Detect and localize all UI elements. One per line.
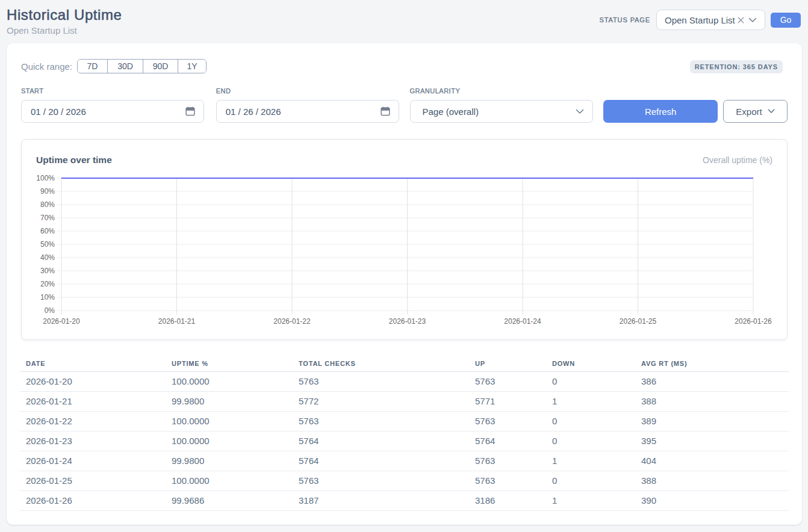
table-cell: 3187 [293, 490, 469, 510]
chart-title: Uptime over time [36, 155, 112, 165]
export-button[interactable]: Export [723, 100, 788, 123]
chevron-down-icon [576, 109, 584, 114]
svg-text:10%: 10% [40, 293, 55, 302]
table-cell: 2026-01-22 [20, 411, 166, 431]
svg-text:2026-01-22: 2026-01-22 [273, 317, 311, 326]
svg-text:90%: 90% [40, 187, 55, 196]
quick-range-1y[interactable]: 1Y [178, 60, 206, 73]
granularity-select[interactable]: Page (overall) [410, 100, 594, 123]
table-cell: 0 [546, 471, 635, 490]
table-cell: 404 [635, 451, 789, 471]
table-cell: 5764 [293, 451, 469, 471]
table-cell: 5763 [469, 411, 546, 431]
table-cell: 1 [546, 451, 635, 471]
table-cell: 2026-01-21 [20, 391, 166, 411]
start-date-value: 01 / 20 / 2026 [31, 107, 86, 117]
status-page-select[interactable]: Open Startup List [656, 10, 765, 30]
table-cell: 5763 [293, 411, 469, 431]
refresh-button[interactable]: Refresh [603, 100, 718, 123]
table-cell: 5763 [293, 371, 469, 391]
quick-range-group: 7D30D90D1Y [77, 59, 207, 73]
calendar-icon[interactable] [381, 107, 390, 116]
table-cell: 390 [635, 490, 789, 510]
table-cell: 0 [546, 411, 635, 431]
svg-text:70%: 70% [40, 214, 55, 222]
table-cell: 5771 [469, 391, 546, 411]
table-cell: 2026-01-20 [20, 371, 166, 391]
end-label: END [216, 87, 399, 95]
table-cell: 100.0000 [166, 431, 293, 451]
table-cell: 389 [635, 411, 789, 431]
filters-row-fields: START 01 / 20 / 2026 END 01 / 26 / 2026 [21, 87, 788, 123]
granularity-value: Page (overall) [423, 107, 479, 117]
clear-icon[interactable] [736, 16, 745, 25]
chart-card: Uptime over time Overall uptime (%) 0%10… [21, 139, 788, 340]
status-page-label: STATUS PAGE [600, 16, 650, 23]
end-date-value: 01 / 26 / 2026 [226, 107, 281, 117]
table-cell: 388 [635, 471, 789, 490]
column-header: UP [469, 356, 546, 371]
topbar-right: STATUS PAGE Open Startup List Go [600, 10, 801, 30]
table-cell: 5764 [469, 431, 546, 451]
svg-text:40%: 40% [40, 253, 55, 262]
svg-text:0%: 0% [45, 306, 55, 315]
table-header-row: DATEUPTIME %TOTAL CHECKSUPDOWNAVG RT (MS… [20, 356, 789, 371]
svg-text:2026-01-23: 2026-01-23 [389, 317, 426, 326]
filters-row-top: Quick range: 7D30D90D1Y RETENTION: 365 D… [21, 59, 788, 73]
quick-range-30d[interactable]: 30D [107, 60, 143, 73]
table-cell: 5763 [293, 471, 469, 490]
table-row: 2026-01-20100.0000576357630386 [20, 371, 789, 391]
calendar-icon[interactable] [185, 107, 195, 116]
page-title: Historical Uptime [7, 6, 122, 23]
table-cell: 388 [635, 391, 789, 411]
table-cell: 0 [546, 431, 635, 451]
table-row: 2026-01-23100.0000576457640395 [20, 431, 789, 451]
table-cell: 2026-01-25 [20, 471, 166, 490]
table-cell: 0 [546, 371, 635, 391]
table-cell: 100.0000 [166, 371, 293, 391]
svg-text:2026-01-20: 2026-01-20 [43, 317, 80, 326]
main-card: Quick range: 7D30D90D1Y RETENTION: 365 D… [7, 43, 802, 525]
quick-range: Quick range: 7D30D90D1Y [21, 59, 207, 73]
svg-text:80%: 80% [40, 200, 55, 209]
column-header: DATE [20, 356, 166, 371]
svg-text:2026-01-21: 2026-01-21 [158, 317, 196, 326]
table-cell: 3186 [469, 490, 546, 510]
table-cell: 2026-01-24 [20, 451, 166, 471]
table-row: 2026-01-2499.9800576457631404 [20, 451, 789, 471]
svg-text:30%: 30% [40, 267, 55, 275]
table-cell: 5763 [469, 471, 546, 490]
column-header: DOWN [546, 356, 635, 371]
table-cell: 99.9800 [166, 391, 293, 411]
table-cell: 100.0000 [166, 411, 293, 431]
table-cell: 100.0000 [166, 471, 293, 490]
table-cell: 386 [635, 371, 789, 391]
svg-text:2026-01-26: 2026-01-26 [735, 317, 772, 326]
chart-right-label: Overall uptime (%) [703, 155, 772, 165]
go-button[interactable]: Go [771, 13, 801, 28]
quick-range-7d[interactable]: 7D [78, 60, 107, 73]
start-date-input[interactable]: 01 / 20 / 2026 [21, 100, 204, 123]
quick-range-90d[interactable]: 90D [143, 60, 178, 73]
table-cell: 99.9686 [166, 490, 293, 510]
uptime-line-chart: 0%10%20%30%40%50%60%70%80%90%100%2026-01… [35, 172, 773, 329]
retention-badge: RETENTION: 365 DAYS [690, 60, 783, 73]
svg-text:60%: 60% [40, 227, 55, 235]
column-header: AVG RT (MS) [635, 356, 789, 371]
table-row: 2026-01-2199.9800577257711388 [20, 391, 789, 411]
table-cell: 5763 [469, 371, 546, 391]
start-label: START [21, 87, 204, 95]
table-cell: 395 [635, 431, 789, 451]
chart-header: Uptime over time Overall uptime (%) [36, 154, 772, 166]
table-cell: 2026-01-23 [20, 431, 166, 451]
quick-range-label: Quick range: [21, 61, 72, 72]
chevron-down-icon [768, 109, 775, 114]
svg-text:20%: 20% [40, 280, 55, 288]
start-field: START 01 / 20 / 2026 [21, 87, 204, 123]
title-block: Historical Uptime Open Startup List [7, 6, 122, 36]
status-page-select-value: Open Startup List [665, 15, 735, 25]
end-field: END 01 / 26 / 2026 [216, 87, 399, 123]
svg-text:50%: 50% [40, 240, 55, 249]
end-date-input[interactable]: 01 / 26 / 2026 [216, 100, 399, 123]
table-cell: 5772 [293, 391, 469, 411]
